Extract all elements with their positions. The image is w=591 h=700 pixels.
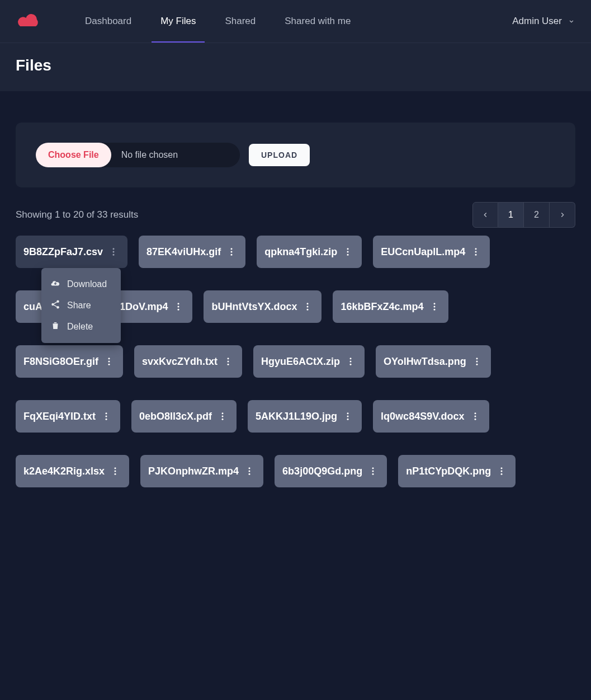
file-pill[interactable]: lq0wc84S9V.docx: [373, 400, 489, 433]
more-icon[interactable]: [103, 355, 115, 368]
svg-point-52: [249, 471, 250, 472]
file-pill[interactable]: 87EK4viUHx.gif: [139, 236, 245, 268]
file-pill[interactable]: 6b3j00Q9Gd.png: [275, 455, 387, 487]
svg-point-1: [113, 251, 115, 253]
more-icon[interactable]: [107, 246, 120, 258]
file-name: F8NSiG8OEr.gif: [23, 356, 98, 368]
page-2[interactable]: 2: [524, 202, 550, 228]
ctx-download[interactable]: Download: [41, 274, 121, 295]
nav-tab-dashboard[interactable]: Dashboard: [70, 0, 146, 43]
file-pill[interactable]: OYolHwTdsa.png: [376, 345, 491, 378]
file-picker: Choose File No file chosen: [36, 143, 240, 167]
file-name: 0ebO8Il3cX.pdf: [139, 411, 212, 422]
svg-point-49: [115, 471, 116, 472]
file-pill[interactable]: F8NSiG8OEr.gif: [16, 345, 123, 378]
more-icon[interactable]: [344, 355, 357, 368]
svg-point-18: [307, 303, 309, 304]
svg-point-10: [475, 251, 477, 253]
file-pill[interactable]: svxKvcZYdh.txt: [134, 345, 242, 378]
page-1[interactable]: 1: [498, 202, 524, 228]
more-icon[interactable]: [471, 355, 483, 368]
more-icon[interactable]: [342, 410, 354, 422]
more-icon[interactable]: [216, 410, 229, 422]
file-pill[interactable]: 5AKKJ1L19O.jpg: [248, 400, 362, 433]
svg-point-56: [372, 473, 374, 475]
svg-point-55: [372, 471, 374, 472]
svg-point-5: [231, 254, 233, 256]
svg-point-61: [51, 303, 54, 306]
more-icon[interactable]: [172, 300, 185, 313]
file-pill[interactable]: bUHntVtsYX.docx: [204, 290, 321, 323]
file-name: HgyuE6ACtX.zip: [261, 356, 340, 368]
more-icon[interactable]: [243, 465, 256, 477]
more-icon[interactable]: [225, 246, 238, 258]
file-name: 9B8ZZpFaJ7.csv: [23, 246, 103, 258]
app-logo: [16, 7, 44, 35]
more-icon[interactable]: [301, 300, 314, 313]
topnav: DashboardMy FilesSharedShared with me Ad…: [0, 0, 591, 43]
share-icon: [50, 299, 60, 312]
ctx-share[interactable]: Share: [41, 295, 121, 316]
ctx-delete[interactable]: Delete: [41, 316, 121, 337]
more-icon[interactable]: [470, 246, 482, 258]
more-icon[interactable]: [342, 246, 354, 258]
more-icon[interactable]: [367, 465, 379, 477]
file-grid: 9B8ZZpFaJ7.csv87EK4viUHx.gifqpkna4Tgki.z…: [16, 236, 575, 487]
nav-tab-my-files[interactable]: My Files: [146, 0, 210, 43]
svg-point-9: [475, 248, 477, 250]
nav-tab-shared[interactable]: Shared: [210, 0, 270, 43]
user-menu[interactable]: Admin User: [512, 16, 575, 27]
file-pill[interactable]: EUCcnUaplL.mp4: [373, 236, 490, 268]
svg-point-22: [433, 306, 435, 308]
file-pill[interactable]: PJKOnphwZR.mp4: [140, 455, 263, 487]
context-menu: DownloadShareDelete: [41, 268, 121, 343]
svg-point-54: [372, 467, 374, 469]
file-name: nP1tCYpDQK.png: [406, 466, 491, 477]
more-icon[interactable]: [100, 410, 112, 422]
ctx-label: Download: [67, 279, 107, 289]
svg-point-15: [178, 303, 179, 304]
user-name: Admin User: [512, 16, 562, 27]
file-pill[interactable]: qpkna4Tgki.zip: [257, 236, 362, 268]
svg-point-50: [115, 473, 116, 475]
svg-point-57: [501, 467, 503, 469]
file-pill[interactable]: 16kbBFxZ4c.mp4: [333, 290, 448, 323]
page-title: Files: [16, 57, 575, 74]
file-pill[interactable]: nP1tCYpDQK.png: [398, 455, 516, 487]
svg-point-21: [433, 303, 435, 304]
more-icon[interactable]: [109, 465, 121, 477]
svg-point-48: [115, 467, 116, 469]
svg-point-0: [113, 248, 115, 250]
svg-point-2: [113, 254, 115, 256]
file-pill[interactable]: k2Ae4K2Rig.xlsx: [16, 455, 129, 487]
more-icon[interactable]: [495, 465, 508, 477]
chevron-down-icon: [568, 17, 575, 25]
svg-point-41: [222, 419, 224, 420]
file-name: 5AKKJ1L19O.jpg: [256, 411, 337, 422]
svg-point-39: [222, 412, 224, 414]
page-prev[interactable]: [472, 202, 498, 228]
svg-point-31: [350, 361, 352, 363]
svg-point-44: [347, 419, 349, 420]
choose-file-button[interactable]: Choose File: [36, 143, 111, 167]
file-pill[interactable]: 9B8ZZpFaJ7.csv: [16, 236, 127, 268]
upload-card: Choose File No file chosen UPLOAD: [16, 123, 575, 187]
svg-point-25: [108, 361, 110, 363]
file-pill[interactable]: HgyuE6ACtX.zip: [253, 345, 365, 378]
svg-point-42: [347, 412, 349, 414]
svg-point-51: [249, 467, 250, 469]
page-next[interactable]: [550, 202, 575, 228]
upload-button[interactable]: UPLOAD: [249, 144, 310, 166]
svg-point-59: [501, 473, 503, 475]
more-icon[interactable]: [222, 355, 234, 368]
more-icon[interactable]: [428, 300, 441, 313]
file-pill[interactable]: FqXEqi4YID.txt: [16, 400, 120, 433]
svg-point-23: [433, 309, 435, 311]
file-pill[interactable]: 0ebO8Il3cX.pdf: [131, 400, 237, 433]
svg-point-32: [350, 364, 352, 365]
list-header: Showing 1 to 20 of 33 results 12: [16, 202, 575, 228]
nav-tab-shared-with-me[interactable]: Shared with me: [270, 0, 365, 43]
more-icon[interactable]: [469, 410, 481, 422]
file-name: lq0wc84S9V.docx: [381, 411, 464, 422]
main: Choose File No file chosen UPLOAD Showin…: [0, 91, 591, 487]
